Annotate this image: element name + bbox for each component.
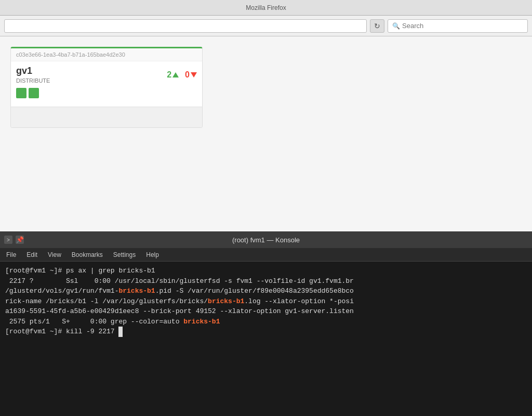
brick-indicator-1 [16, 88, 26, 98]
volume-info: gv1 DISTRIBUTE [16, 66, 50, 84]
down-count: 0 [185, 70, 190, 80]
arrow-up-icon [172, 72, 179, 77]
terminal-menu-help[interactable]: Help [144, 250, 161, 259]
terminal-icon: > [7, 237, 10, 243]
terminal-cursor [118, 327, 123, 337]
search-input[interactable] [402, 22, 523, 30]
terminal-titlebar: > 📌 (root) fvm1 — Konsole [0, 231, 532, 248]
terminal-menu-bookmarks[interactable]: Bookmarks [70, 250, 105, 259]
pin-icon: 📌 [16, 236, 24, 243]
address-bar[interactable] [4, 19, 367, 33]
up-count: 2 [167, 70, 171, 80]
volume-card-body: gv1 DISTRIBUTE 2 0 [11, 61, 202, 107]
volume-bricks [16, 88, 197, 102]
browser-title: Mozilla Firefox [246, 4, 286, 11]
terminal-body: [root@fvm1 ~]# ps ax | grep bricks-b1 22… [0, 262, 532, 416]
terminal-controls: > 📌 [4, 236, 24, 244]
terminal-menu-edit[interactable]: Edit [24, 250, 39, 259]
volume-card-footer [11, 107, 202, 127]
highlight-bricks-b1-2: bricks-b1 [208, 297, 244, 305]
volume-card: c03e3e66-1ea3-4ba7-b71a-165bae4d2e30 gv1… [10, 47, 203, 128]
brick-indicator-2 [29, 88, 39, 98]
terminal-menu-settings[interactable]: Settings [111, 250, 138, 259]
volume-card-row: gv1 DISTRIBUTE 2 0 [16, 66, 197, 84]
volume-card-hash: c03e3e66-1ea3-4ba7-b71a-165bae4d2e30 [11, 48, 202, 61]
term-line-2: 2217 ? Ssl 0:00 /usr/local/sbin/glusterf… [5, 276, 527, 287]
volume-name: gv1 [16, 66, 50, 76]
term-line-7: [root@fvm1 ~]# kill -9 2217 [5, 327, 527, 337]
terminal-menu-view[interactable]: View [46, 250, 63, 259]
volume-up-stat: 2 [167, 70, 179, 80]
terminal-menu-file[interactable]: File [4, 250, 18, 259]
term-line-1: [root@fvm1 ~]# ps ax | grep bricks-b1 [5, 266, 527, 276]
terminal-pin-btn[interactable]: 📌 [16, 236, 24, 244]
terminal-title: (root) fvm1 — Konsole [232, 236, 300, 244]
volume-stats: 2 0 [167, 70, 197, 80]
term-line-6: 2575 pts/1 S+ 0:00 grep --color=auto bri… [5, 317, 527, 327]
terminal-window: > 📌 (root) fvm1 — Konsole File Edit View… [0, 231, 532, 416]
term-line-5: a1639-5591-45fd-a5b6-e00429d1eec8 --bric… [5, 306, 527, 317]
highlight-bricks-b1-3: bricks-b1 [183, 318, 220, 326]
search-icon: 🔍 [392, 22, 400, 30]
browser-titlebar: Mozilla Firefox [0, 0, 532, 16]
arrow-down-icon [191, 72, 197, 77]
highlight-bricks-b1-1: bricks-b1 [118, 287, 155, 295]
terminal-icon-btn[interactable]: > [4, 236, 12, 244]
terminal-menubar: File Edit View Bookmarks Settings Help [0, 248, 532, 262]
term-line-4: rick-name /bricks/b1 -l /var/log/gluster… [5, 296, 527, 307]
volume-type: DISTRIBUTE [16, 77, 50, 84]
search-bar-container[interactable]: 🔍 [388, 19, 528, 33]
reload-button[interactable]: ↻ [370, 19, 384, 33]
page-content: c03e3e66-1ea3-4ba7-b71a-165bae4d2e30 gv1… [0, 36, 532, 239]
term-line-3: /glusterd/vols/gv1/run/fvm1-bricks-b1.pi… [5, 286, 527, 296]
volume-down-stat: 0 [185, 70, 197, 80]
browser-toolbar: ↻ 🔍 [0, 16, 532, 36]
